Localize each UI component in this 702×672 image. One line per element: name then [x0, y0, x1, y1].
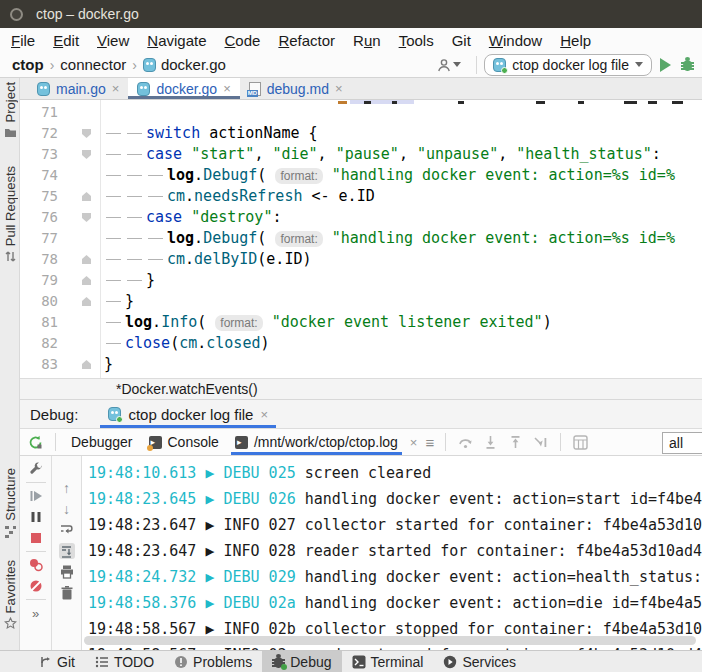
editor-tab-bar: main.go × docker.go × MD debug.md ×	[20, 78, 702, 100]
markdown-file-icon: MD	[249, 82, 261, 96]
breadcrumb-item[interactable]: ctop	[12, 56, 44, 73]
close-icon[interactable]: ×	[260, 407, 268, 422]
tab-ctop-log[interactable]: /mnt/work/ctop/ctop.log	[227, 429, 406, 455]
gutter-line: 81	[20, 312, 100, 333]
console-icon	[235, 436, 248, 449]
close-icon[interactable]: ×	[223, 81, 231, 96]
fold-marker-icon[interactable]	[82, 360, 91, 369]
up-arrow-icon[interactable]: ↑	[59, 480, 75, 496]
resume-icon[interactable]	[28, 488, 44, 504]
fold-marker-icon[interactable]	[82, 297, 91, 306]
trash-icon[interactable]	[59, 585, 75, 601]
statusbar-item-debug[interactable]: Debug	[262, 651, 341, 672]
view-breakpoints-icon[interactable]	[28, 557, 44, 573]
menu-item-run[interactable]: Run	[344, 32, 390, 49]
close-icon[interactable]: ×	[335, 81, 343, 96]
tab-console[interactable]: Console	[141, 429, 227, 455]
line-number: 73	[28, 144, 58, 165]
debug-panel-toolbar: Debugger Console /mnt/work/ctop/ctop.log…	[20, 428, 702, 456]
run-configuration-name: ctop docker log file	[512, 57, 629, 73]
run-configuration-select[interactable]: ctop docker log file	[484, 54, 652, 76]
tab-debugger[interactable]: Debugger	[63, 429, 141, 455]
sidebar-item-structure[interactable]: Structure	[0, 468, 20, 538]
tab-debug-md[interactable]: MD debug.md ×	[240, 78, 352, 99]
gutter-line: 73	[20, 144, 100, 165]
tab-whitespace	[125, 270, 146, 291]
close-icon[interactable]: ×	[112, 81, 120, 96]
statusbar-item-problems[interactable]: Problems	[164, 651, 262, 672]
menu-item-code[interactable]: Code	[216, 32, 270, 49]
tab-main-go[interactable]: main.go ×	[28, 78, 128, 99]
statusbar-item-git[interactable]: Git	[28, 651, 85, 672]
menu-item-navigate[interactable]: Navigate	[138, 32, 215, 49]
line-number: 72	[28, 123, 58, 144]
down-arrow-icon[interactable]: ↓	[59, 501, 75, 517]
log-level-filter-select[interactable]: all	[662, 432, 702, 454]
menu-item-view[interactable]: View	[88, 32, 138, 49]
menu-item-refactor[interactable]: Refactor	[269, 32, 344, 49]
menu-item-help[interactable]: Help	[551, 32, 600, 49]
menu-item-git[interactable]: Git	[443, 32, 480, 49]
debug-button[interactable]	[681, 57, 694, 72]
run-button[interactable]	[660, 58, 671, 72]
pause-icon[interactable]	[28, 509, 44, 525]
tab-whitespace	[125, 228, 146, 249]
scroll-to-end-icon[interactable]	[59, 543, 75, 559]
function-breadcrumb-bar[interactable]: *Docker.watchEvents()	[20, 378, 702, 400]
editor-surface[interactable]: 7172737475767778798081828384 switch acti…	[20, 100, 702, 378]
sidebar-item-pull-requests[interactable]: Pull Requests	[0, 166, 20, 263]
close-icon[interactable]: ×	[410, 435, 418, 450]
log-line: 19:48:58.567 ▶ INFO 02b collector stoppe…	[88, 616, 702, 642]
go-debug-config-icon	[108, 407, 121, 421]
step-into-icon[interactable]	[483, 435, 498, 450]
fold-marker-icon[interactable]	[82, 276, 91, 285]
menu-item-tools[interactable]: Tools	[390, 32, 443, 49]
more-actions-icon[interactable]: »	[28, 605, 44, 621]
avatar-icon	[437, 58, 451, 72]
log-line: 19:48:58.567 ▶ INFO 02c reader stopped f…	[88, 642, 702, 650]
window-button[interactable]	[10, 8, 23, 21]
rerun-icon[interactable]	[28, 435, 43, 450]
code-with-me-button[interactable]	[437, 58, 461, 72]
bug-icon	[272, 654, 285, 669]
soft-wrap-icon[interactable]	[59, 522, 75, 538]
layout-menu-icon[interactable]: ≡	[425, 434, 434, 451]
print-icon[interactable]	[59, 564, 75, 580]
debug-session-tab[interactable]: ctop docker log file ×	[100, 400, 276, 428]
parameter-hint: format:	[215, 315, 262, 331]
step-out-icon[interactable]	[508, 435, 523, 450]
toolbar-separator	[560, 433, 561, 451]
parameter-hint: format:	[275, 168, 322, 184]
sidebar-item-favorites[interactable]: Favorites	[0, 560, 20, 630]
line-number: 77	[28, 228, 58, 249]
toolbar-separator	[476, 56, 477, 74]
fold-marker-icon[interactable]	[82, 150, 91, 159]
run-to-cursor-icon[interactable]	[533, 435, 548, 450]
statusbar-item-terminal[interactable]: Terminal	[342, 651, 434, 672]
statusbar-item-todo[interactable]: TODO	[85, 651, 164, 672]
console-output[interactable]: 19:48:10.613 ▶ DEBU 025 screen cleared19…	[82, 456, 702, 650]
line-number: 71	[28, 102, 58, 123]
mute-breakpoints-icon[interactable]	[28, 578, 44, 594]
menu-item-edit[interactable]: Edit	[44, 32, 88, 49]
tab-whitespace	[125, 207, 146, 228]
code-line: cm.delByID(e.ID)	[104, 249, 702, 270]
breadcrumb: ctop›connector›docker.go	[12, 56, 437, 73]
menu-item-file[interactable]: File	[2, 32, 44, 49]
breadcrumb-item[interactable]: connector	[60, 56, 126, 73]
left-tool-stripe: Project Pull Requests Structure Favorite…	[0, 78, 20, 650]
layout-grid-icon[interactable]	[573, 435, 588, 450]
window-title: ctop – docker.go	[36, 6, 139, 22]
fold-marker-icon[interactable]	[82, 192, 91, 201]
stop-icon[interactable]	[28, 530, 44, 546]
statusbar-item-services[interactable]: Services	[433, 651, 526, 672]
fold-marker-icon[interactable]	[82, 255, 91, 264]
sidebar-item-project[interactable]: Project	[0, 82, 20, 139]
menu-item-window[interactable]: Window	[480, 32, 551, 49]
fold-marker-icon[interactable]	[82, 129, 91, 138]
wrench-icon[interactable]	[28, 461, 44, 477]
tab-docker-go[interactable]: docker.go ×	[128, 78, 239, 99]
step-over-icon[interactable]	[458, 435, 473, 450]
breadcrumb-item[interactable]: docker.go	[161, 56, 226, 73]
fold-marker-icon[interactable]	[82, 213, 91, 222]
